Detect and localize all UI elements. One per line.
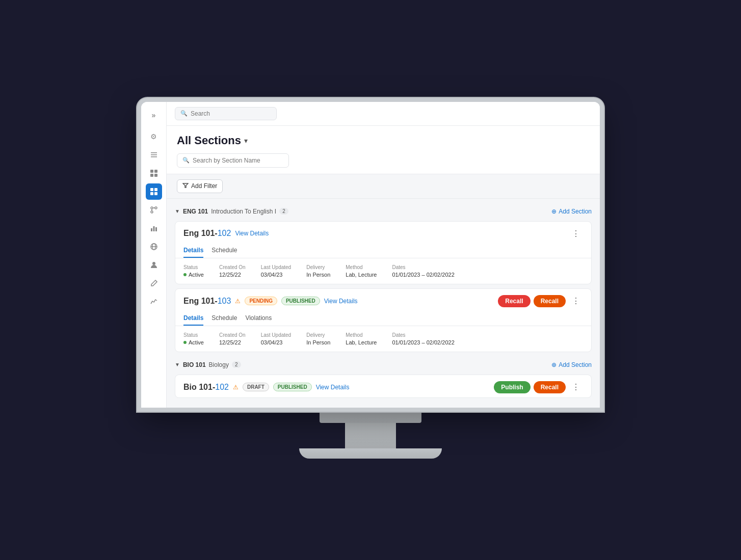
dates-value-eng101-103: 01/01/2023 – 02/02/2022 (392, 339, 454, 345)
filter-bar: Add Filter (167, 174, 600, 199)
detail-method-eng101-103: Method Lab, Lecture (346, 332, 377, 345)
section-search-icon: 🔍 (182, 157, 190, 164)
publish-button-bio101-102[interactable]: Publish (494, 381, 530, 393)
delivery-value-eng101-103: In Person (306, 339, 330, 345)
tab-details-eng101-103[interactable]: Details (183, 311, 203, 326)
sidebar-icon-pen[interactable] (146, 275, 162, 291)
collapse-sidebar-button[interactable]: » (149, 108, 159, 122)
method-label-eng101-102: Method (346, 264, 377, 270)
add-section-button-eng101[interactable]: ⊕ Add Section (551, 208, 592, 215)
dates-label-eng101-102: Dates (392, 264, 454, 270)
delivery-value-eng101-102: In Person (306, 272, 330, 278)
section-title-base-eng101-102: Eng 101- (183, 229, 218, 237)
course-group-badge-bio101: 2 (232, 361, 241, 368)
course-group-left-eng101: ▼ ENG 101 Introduction To English I 2 (175, 208, 288, 215)
method-value-eng101-102: Lab, Lecture (346, 272, 377, 278)
view-details-link-eng101-102[interactable]: View Details (235, 230, 269, 237)
add-section-label-eng101: Add Section (559, 208, 592, 215)
badge-pending-eng101-103: PENDING (245, 297, 277, 305)
section-details-eng101-102: Status Active Created On 12/25/22 (175, 258, 591, 284)
page-title: All Sections (177, 134, 241, 147)
course-group-bio101: ▼ BIO 101 Biology 2 ⊕ Add Section (175, 358, 592, 398)
sidebar-icon-grid[interactable] (146, 165, 162, 181)
course-group-eng101: ▼ ENG 101 Introduction To English I 2 ⊕ … (175, 205, 592, 352)
more-menu-button-bio101-102[interactable]: ⋮ (569, 381, 583, 393)
tab-details-eng101-102[interactable]: Details (183, 244, 203, 258)
add-filter-button[interactable]: Add Filter (177, 179, 223, 193)
global-search-input[interactable] (191, 110, 271, 117)
content-area[interactable]: All Sections ▾ 🔍 (167, 126, 600, 408)
tab-schedule-eng101-103[interactable]: Schedule (211, 311, 237, 326)
app-container: » ⚙ (141, 102, 600, 408)
created-label-eng101-102: Created On (219, 264, 246, 270)
section-card-header-eng101-103: Eng 101-103 ⚠ PENDING PUBLISHED View Det… (175, 289, 591, 311)
view-details-link-bio101-102[interactable]: View Details (316, 384, 350, 391)
sidebar-icon-globe[interactable] (146, 238, 162, 255)
course-group-name-eng101: Introduction To English I (211, 208, 276, 215)
svg-rect-5 (150, 174, 153, 177)
svg-point-22 (152, 262, 155, 265)
sidebar-icon-person[interactable] (146, 257, 162, 273)
sidebar-icon-stats[interactable] (146, 294, 162, 310)
delivery-label-eng101-103: Delivery (306, 332, 330, 338)
svg-rect-2 (151, 156, 157, 157)
more-menu-button-eng101-103[interactable]: ⋮ (569, 295, 583, 307)
more-menu-button-eng101-102[interactable]: ⋮ (569, 228, 583, 239)
delivery-label-eng101-102: Delivery (306, 264, 330, 270)
course-group-chevron-bio101[interactable]: ▼ (175, 362, 180, 367)
svg-marker-23 (183, 183, 188, 188)
created-value-eng101-103: 12/25/22 (219, 339, 246, 345)
section-title-eng101-103: Eng 101-103 (183, 297, 231, 306)
svg-rect-3 (150, 170, 153, 173)
course-group-code-eng101: ENG 101 (183, 208, 208, 215)
svg-rect-10 (154, 192, 157, 195)
updated-value-eng101-103: 03/04/23 (261, 339, 292, 345)
search-icon: 🔍 (180, 110, 188, 117)
section-search-input[interactable] (193, 157, 283, 164)
add-filter-label: Add Filter (191, 182, 217, 190)
sidebar-icon-branch[interactable] (146, 202, 162, 218)
badge-published-bio101-102: PUBLISHED (273, 383, 312, 391)
detail-updated-eng101-103: Last Updated 03/04/23 (261, 332, 292, 345)
recall-button-bio101-102[interactable]: Recall (534, 381, 566, 393)
section-title-number-eng101-102: 102 (218, 229, 231, 237)
sidebar-icon-settings[interactable]: ⚙ (146, 128, 162, 145)
section-title-number-bio101-102: 102 (215, 383, 229, 391)
add-section-button-bio101[interactable]: ⊕ Add Section (551, 361, 592, 368)
recall-button-1-eng101-103[interactable]: Recall (498, 295, 530, 307)
sidebar: » ⚙ (141, 102, 167, 408)
course-group-code-bio101: BIO 101 (183, 361, 206, 368)
section-title-row-eng101-102: Eng 101-102 View Details (183, 229, 269, 238)
status-dot-eng101-103 (183, 341, 187, 344)
svg-point-13 (151, 211, 153, 213)
sidebar-icon-list[interactable] (146, 147, 162, 163)
view-details-link-eng101-103[interactable]: View Details (324, 298, 358, 305)
warning-icon-eng101-103: ⚠ (235, 298, 241, 305)
page-title-chevron-icon[interactable]: ▾ (244, 137, 248, 145)
detail-created-eng101-103: Created On 12/25/22 (219, 332, 246, 345)
section-title-row-bio101-102: Bio 101-102 ⚠ DRAFT PUBLISHED View Detai… (183, 383, 349, 392)
sidebar-icon-chart[interactable] (146, 220, 162, 236)
section-title-eng101-102: Eng 101-102 (183, 229, 231, 238)
section-title-bio101-102: Bio 101-102 (183, 383, 229, 392)
tab-schedule-eng101-102[interactable]: Schedule (211, 244, 237, 258)
main-content: 🔍 All Sections ▾ 🔍 (167, 102, 600, 408)
updated-label-eng101-102: Last Updated (261, 264, 292, 270)
tab-violations-eng101-103[interactable]: Violations (245, 311, 272, 326)
course-group-chevron-eng101[interactable]: ▼ (175, 208, 180, 214)
updated-value-eng101-102: 03/04/23 (261, 272, 292, 278)
monitor-stand-top (320, 408, 421, 423)
dates-label-eng101-103: Dates (392, 332, 454, 338)
section-title-row-eng101-103: Eng 101-103 ⚠ PENDING PUBLISHED View Det… (183, 297, 358, 306)
svg-rect-0 (151, 152, 157, 153)
global-search-box[interactable]: 🔍 (175, 107, 277, 120)
section-search-box[interactable]: 🔍 (177, 153, 289, 168)
section-search-row: 🔍 (177, 153, 590, 174)
svg-rect-8 (154, 188, 157, 191)
detail-method-eng101-102: Method Lab, Lecture (346, 264, 377, 278)
course-group-left-bio101: ▼ BIO 101 Biology 2 (175, 361, 241, 368)
add-section-plus-icon-bio101: ⊕ (551, 361, 557, 368)
recall-button-2-eng101-103[interactable]: Recall (534, 295, 566, 307)
svg-rect-1 (151, 154, 157, 155)
sidebar-icon-sections[interactable] (146, 183, 162, 200)
